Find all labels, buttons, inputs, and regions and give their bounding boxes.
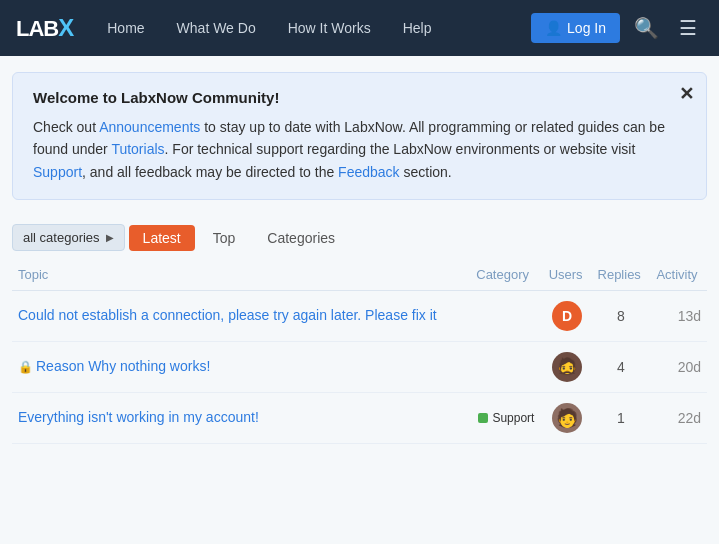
td-users: 🧑 (543, 393, 592, 444)
td-category: Support (470, 393, 542, 444)
nav-how-it-works[interactable]: How It Works (274, 12, 385, 44)
table-row: 🔒Reason Why nothing works!🧔420d (12, 342, 707, 393)
tab-latest[interactable]: Latest (129, 225, 195, 251)
td-category (470, 291, 542, 342)
td-users: 🧔 (543, 342, 592, 393)
nav-help[interactable]: Help (389, 12, 446, 44)
category-color-dot (478, 413, 488, 423)
announcements-link[interactable]: Announcements (99, 119, 200, 135)
lock-icon: 🔒 (18, 360, 33, 374)
avatar: D (552, 301, 582, 331)
welcome-text-5: all feedback may be directed to the (117, 164, 338, 180)
all-categories-dropdown[interactable]: all categories ▶ (12, 224, 125, 251)
th-users: Users (543, 259, 592, 291)
category-label: Support (492, 411, 534, 425)
table-row: Everything isn't working in my account!S… (12, 393, 707, 444)
hamburger-icon: ☰ (679, 17, 697, 39)
topic-link[interactable]: Could not establish a connection, please… (18, 307, 437, 323)
logo[interactable]: LABX (16, 14, 73, 42)
login-label: Log In (567, 20, 606, 36)
welcome-banner: ✕ Welcome to LabxNow Community! Check ou… (12, 72, 707, 200)
th-topic: Topic (12, 259, 470, 291)
logo-text-lab: LAB (16, 16, 58, 41)
chevron-right-icon: ▶ (106, 232, 114, 243)
tab-categories[interactable]: Categories (253, 225, 349, 251)
nav-what-we-do[interactable]: What We Do (163, 12, 270, 44)
menu-button[interactable]: ☰ (673, 10, 703, 46)
th-category: Category (470, 259, 542, 291)
welcome-text-4: , and (82, 164, 117, 180)
all-categories-label: all categories (23, 230, 100, 245)
welcome-text-6: section. (400, 164, 452, 180)
td-topic: Could not establish a connection, please… (12, 291, 470, 342)
navbar: LABX Home What We Do How It Works Help 👤… (0, 0, 719, 56)
td-replies: 1 (592, 393, 651, 444)
td-topic: 🔒Reason Why nothing works! (12, 342, 470, 393)
td-activity: 13d (650, 291, 707, 342)
topic-link[interactable]: Everything isn't working in my account! (18, 409, 259, 425)
td-replies: 8 (592, 291, 651, 342)
search-button[interactable]: 🔍 (628, 10, 665, 46)
logo-text: LABX (16, 14, 73, 42)
table-header-row: Topic Category Users Replies Activity (12, 259, 707, 291)
welcome-title: Welcome to LabxNow Community! (33, 89, 686, 106)
nav-links: Home What We Do How It Works Help (93, 12, 531, 44)
nav-home[interactable]: Home (93, 12, 158, 44)
th-replies: Replies (592, 259, 651, 291)
category-badge: Support (478, 411, 534, 425)
th-activity: Activity (650, 259, 707, 291)
logo-x: X (58, 14, 73, 41)
feedback-link[interactable]: Feedback (338, 164, 399, 180)
login-button[interactable]: 👤 Log In (531, 13, 620, 43)
td-users: D (543, 291, 592, 342)
welcome-text-1: Check out (33, 119, 99, 135)
td-activity: 20d (650, 342, 707, 393)
nav-right: 👤 Log In 🔍 ☰ (531, 10, 703, 46)
td-category (470, 342, 542, 393)
filter-bar: all categories ▶ Latest Top Categories (0, 216, 719, 259)
tab-top[interactable]: Top (199, 225, 250, 251)
topic-link[interactable]: 🔒Reason Why nothing works! (18, 358, 210, 374)
welcome-text-3: . For technical support regarding the La… (165, 141, 636, 157)
search-icon: 🔍 (634, 17, 659, 39)
td-activity: 22d (650, 393, 707, 444)
user-icon: 👤 (545, 20, 562, 36)
td-replies: 4 (592, 342, 651, 393)
topics-table: Topic Category Users Replies Activity Co… (12, 259, 707, 444)
close-banner-button[interactable]: ✕ (679, 83, 694, 105)
welcome-body: Check out Announcements to stay up to da… (33, 116, 686, 183)
avatar: 🧔 (552, 352, 582, 382)
avatar: 🧑 (552, 403, 582, 433)
table-row: Could not establish a connection, please… (12, 291, 707, 342)
tutorials-link[interactable]: Tutorials (111, 141, 164, 157)
td-topic: Everything isn't working in my account! (12, 393, 470, 444)
support-link[interactable]: Support (33, 164, 82, 180)
